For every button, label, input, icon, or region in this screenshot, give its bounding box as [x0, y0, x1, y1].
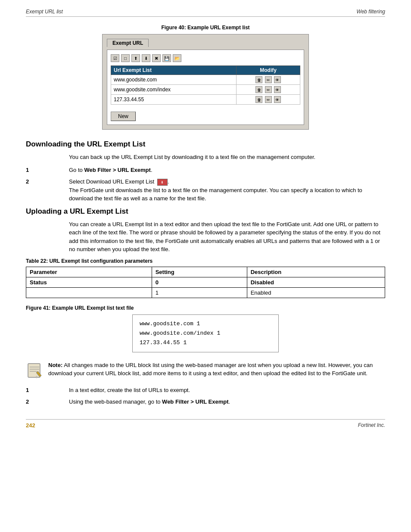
config-table-header: Setting [152, 267, 247, 277]
col-modify: Modify [237, 66, 300, 75]
url-cell: www.goodsite.com/index [111, 85, 237, 95]
code-block-container: www.goodsite.com 1www.goodsite.com/index… [26, 314, 385, 352]
new-button[interactable]: New [111, 112, 136, 121]
section-download-heading: Downloading the URL Exempt List [26, 140, 385, 149]
url-actions: 🗑 ✏ 👁 [237, 85, 300, 95]
note-box: Note: All changes made to the URL block … [26, 361, 385, 379]
footer-right: Fortinet Inc. [358, 422, 385, 428]
step2-content: Select Download URL Exempt List ⬇. The F… [69, 177, 385, 203]
step1-bold: Web Filter > URL Exempt [84, 167, 150, 173]
code-line: 127.33.44.55 1 [140, 338, 271, 348]
code-block: www.goodsite.com 1www.goodsite.com/index… [132, 314, 279, 352]
url-cell: www.goodsite.com [111, 75, 237, 85]
edit-icon[interactable]: ✏ [265, 96, 272, 103]
toolbar-icon-square[interactable]: □ [121, 54, 130, 62]
header-left: Exempt URL list [26, 9, 63, 15]
url-cell: 127.33.44.55 [111, 95, 237, 105]
url-actions: 🗑 ✏ 👁 [237, 95, 300, 105]
url-actions: 🗑 ✏ 👁 [237, 75, 300, 85]
note-icon [26, 362, 43, 379]
page-footer: 242 Fortinet Inc. [26, 419, 385, 429]
upload-step-1: 1 In a text editor, create the list of U… [26, 386, 385, 395]
upload-step2-content: Using the web-based manager, go to Web F… [69, 398, 385, 406]
delete-icon[interactable]: 🗑 [255, 96, 262, 103]
upload-step2-bold: Web Filter > URL Exempt [162, 398, 228, 405]
page-header: Exempt URL list Web filtering [26, 9, 385, 17]
note-body: All changes made to the URL block list u… [48, 362, 373, 377]
config-table-row: 1Enabled [26, 287, 385, 298]
toolbar-icon-load[interactable]: 📂 [173, 54, 181, 62]
note-text: Note: All changes made to the URL block … [48, 361, 385, 378]
toolbar-icon-delete[interactable]: ✖ [152, 54, 161, 62]
step1-num: 1 [26, 166, 69, 174]
pencil-note-icon [26, 362, 43, 379]
exempt-url-inner: ☑ □ ⬆ ⬇ ✖ 💾 📂 Url Exempt List Modify www… [107, 50, 304, 125]
step2-detail: The FortiGate unit downloads the list to… [69, 187, 362, 202]
view-icon[interactable]: 👁 [274, 86, 281, 93]
toolbar-icon-down[interactable]: ⬇ [142, 54, 150, 62]
config-table-cell: 0 [152, 277, 247, 287]
page-number: 242 [26, 422, 35, 429]
download-step-1: 1 Go to Web Filter > URL Exempt. [26, 166, 385, 174]
upload-step-2: 2 Using the web-based manager, go to Web… [26, 398, 385, 406]
upload-step2-num: 2 [26, 398, 69, 406]
config-table-header: Parameter [26, 267, 152, 277]
delete-icon[interactable]: 🗑 [255, 86, 262, 93]
download-intro: You can back up the URL Exempt List by d… [69, 153, 385, 162]
note-bold: Note: [48, 362, 62, 368]
edit-icon[interactable]: ✏ [265, 76, 272, 83]
view-icon[interactable]: 👁 [274, 96, 281, 103]
exempt-url-widget: Exempt URL ☑ □ ⬆ ⬇ ✖ 💾 📂 Url Exempt List… [102, 34, 309, 130]
section-upload-heading: Uploading a URL Exempt List [26, 207, 385, 216]
edit-icon[interactable]: ✏ [265, 86, 272, 93]
col-url-list: Url Exempt List [111, 66, 237, 75]
view-icon[interactable]: 👁 [274, 76, 281, 83]
url-table-row: www.goodsite.com/index🗑 ✏ 👁 [111, 85, 300, 95]
table22-caption: Table 22: URL Exempt list configuration … [26, 258, 385, 264]
config-table: ParameterSettingDescription Status0Disab… [26, 267, 385, 298]
url-table: Url Exempt List Modify www.goodsite.com🗑… [111, 65, 300, 105]
figure41-caption: Figure 41: Example URL Exempt list text … [26, 305, 385, 311]
config-table-cell: 1 [152, 287, 247, 298]
upload-intro: You can create a URL Exempt list in a te… [69, 220, 385, 254]
config-table-cell [26, 287, 152, 298]
exempt-url-tab: Exempt URL [107, 39, 149, 47]
step1-content: Go to Web Filter > URL Exempt. [69, 166, 385, 174]
download-step-2: 2 Select Download URL Exempt List ⬇. The… [26, 177, 385, 203]
toolbar-icon-up[interactable]: ⬆ [131, 54, 140, 62]
config-table-header: Description [247, 267, 385, 277]
code-line: www.goodsite.com/index 1 [140, 329, 271, 338]
download-icon: ⬇ [157, 179, 168, 186]
config-table-cell: Status [26, 277, 152, 287]
config-table-row: Status0Disabled [26, 277, 385, 287]
upload-step1-num: 1 [26, 386, 69, 395]
delete-icon[interactable]: 🗑 [255, 76, 262, 83]
code-line: www.goodsite.com 1 [140, 319, 271, 329]
toolbar-icon-check[interactable]: ☑ [111, 54, 119, 62]
figure40-caption: Figure 40: Example URL Exempt list [26, 25, 385, 31]
url-table-row: www.goodsite.com🗑 ✏ 👁 [111, 75, 300, 85]
config-table-cell: Disabled [247, 277, 385, 287]
url-table-row: 127.33.44.55🗑 ✏ 👁 [111, 95, 300, 105]
toolbar-icons: ☑ □ ⬆ ⬇ ✖ 💾 📂 [111, 53, 300, 63]
config-table-cell: Enabled [247, 287, 385, 298]
step2-num: 2 [26, 177, 69, 203]
header-right: Web filtering [357, 9, 385, 15]
toolbar-icon-save[interactable]: 💾 [162, 54, 171, 62]
figure40-widget: Exempt URL ☑ □ ⬆ ⬇ ✖ 💾 📂 Url Exempt List… [26, 34, 385, 130]
upload-step1-content: In a text editor, create the list of URL… [69, 386, 385, 395]
